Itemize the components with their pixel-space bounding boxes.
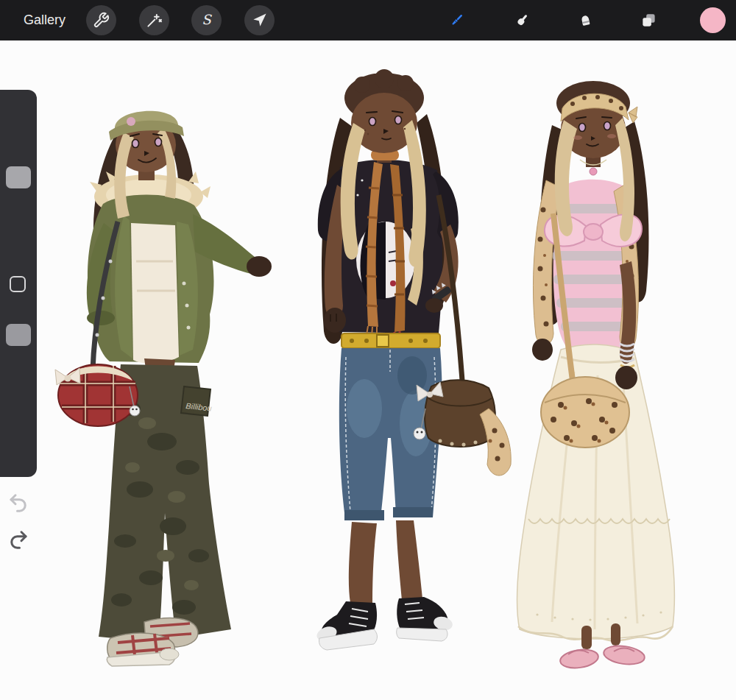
magic-wand-icon [146,12,163,29]
opacity-handle[interactable] [6,324,31,346]
actions-button[interactable] [86,5,116,35]
color-swatch [699,7,726,34]
transform-button[interactable] [244,5,275,35]
color-swatch-button[interactable] [699,7,726,34]
adjustments-button[interactable] [139,5,169,35]
layers-icon [640,12,657,29]
gallery-button[interactable]: Gallery [24,0,66,40]
transform-arrow-icon [251,12,268,29]
eraser-icon [577,12,594,29]
selection-s-icon: S [198,12,215,29]
layers-button[interactable] [634,5,664,35]
opacity-slider[interactable] [0,296,37,477]
undo-button[interactable] [4,489,32,517]
modify-button[interactable] [10,276,26,292]
smudge-tool-button[interactable] [507,5,537,35]
sidebar [0,90,37,477]
svg-text:S: S [202,12,212,27]
redo-button[interactable] [4,526,32,554]
selection-button[interactable]: S [191,5,222,35]
paint-tool-button[interactable] [442,5,472,35]
smudge-finger-icon [514,12,531,29]
erase-tool-button[interactable] [570,5,601,35]
wrench-icon [93,12,110,29]
procreate-window: Gallery S [0,0,736,700]
paintbrush-icon [448,12,465,29]
topbar: Gallery S [0,0,736,40]
drawing-canvas[interactable]: Billibou [0,40,736,700]
brush-size-handle[interactable] [6,166,31,188]
redo-icon [7,528,29,551]
undo-icon [7,492,29,514]
